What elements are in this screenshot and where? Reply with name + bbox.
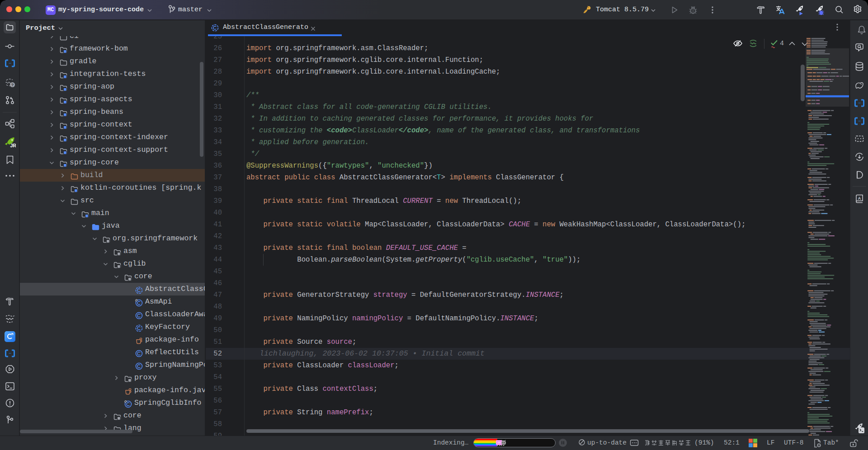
svg-text:?: ? xyxy=(11,83,14,88)
svg-text:A: A xyxy=(858,196,861,201)
svg-text:JR: JR xyxy=(10,143,16,148)
